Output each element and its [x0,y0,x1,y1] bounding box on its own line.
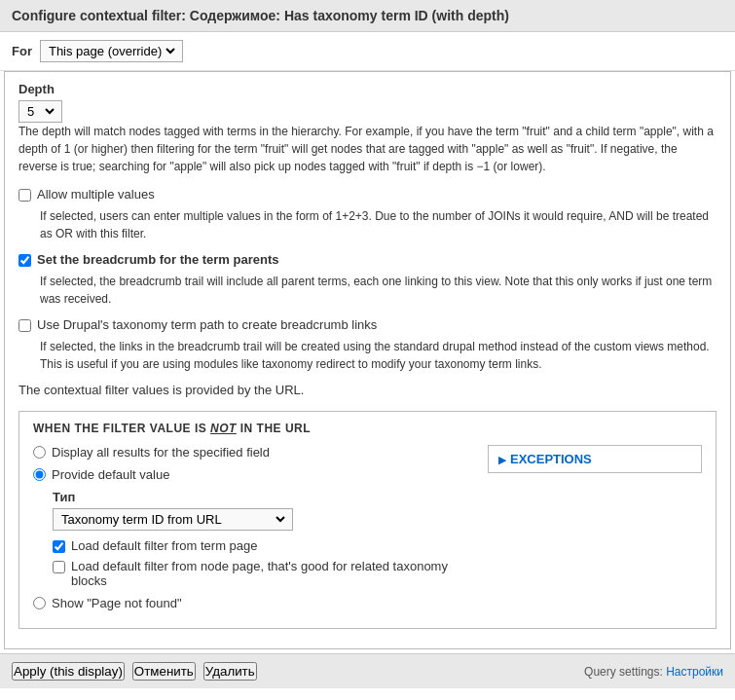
load-default-row: Load default filter from term page [53,538,478,553]
radio-display-row: Display all results for the specified fi… [33,445,478,460]
bottom-bar: Apply (this display) Отменить Удалить Qu… [0,653,735,688]
load-node-checkbox[interactable] [53,561,65,573]
when-filter-box: WHEN THE FILTER VALUE IS NOT IN THE URL … [18,411,717,629]
for-select-wrapper[interactable]: This page (override) [40,40,183,62]
set-breadcrumb-checkbox[interactable] [18,254,31,267]
dialog-header: Configure contextual filter: Содержимое:… [0,0,735,32]
allow-multiple-label[interactable]: Allow multiple values [37,187,155,202]
allow-multiple-row: Allow multiple values [18,187,717,202]
bottom-buttons: Apply (this display) Отменить Удалить [12,662,257,681]
type-section: Тип Taxonomy term ID from URL Fixed valu… [53,490,478,588]
depth-select-wrapper[interactable]: 5 0 1 2 3 4 6 7 8 9 10 [18,100,62,123]
load-default-checkbox[interactable] [53,540,65,553]
radio-not-found[interactable] [33,597,46,609]
radio-provide[interactable] [33,468,46,481]
radio-provide-row: Provide default value [33,467,478,482]
when-filter-title-em: NOT [210,422,237,435]
dialog-title: Configure contextual filter: Содержимое:… [12,8,509,23]
allow-multiple-checkbox[interactable] [18,189,31,202]
query-settings-link[interactable]: Настройки [666,665,723,679]
use-drupal-path-checkbox[interactable] [18,319,31,332]
use-drupal-path-label[interactable]: Use Drupal's taxonomy term path to creat… [37,317,377,332]
type-select-wrapper[interactable]: Taxonomy term ID from URL Fixed value PH… [53,508,293,531]
radio-not-found-row: Show "Page not found" [33,596,478,610]
main-content: Depth 5 0 1 2 3 4 6 7 8 9 10 The depth w… [4,71,731,649]
set-breadcrumb-label[interactable]: Set the breadcrumb for the term parents [37,252,279,267]
radio-display[interactable] [33,446,46,459]
exceptions-link[interactable]: EXCEPTIONS [510,452,592,466]
when-filter-left: Display all results for the specified fi… [33,445,478,618]
delete-button[interactable]: Удалить [203,662,257,681]
use-drupal-path-info: If selected, the links in the breadcrumb… [40,338,717,373]
apply-button[interactable]: Apply (this display) [12,662,125,681]
when-filter-title: WHEN THE FILTER VALUE IS NOT IN THE URL [33,422,702,435]
radio-not-found-label[interactable]: Show "Page not found" [52,596,182,610]
when-filter-title-prefix: WHEN THE FILTER VALUE IS [33,422,210,435]
when-filter-right: ▶EXCEPTIONS [488,445,702,618]
depth-select[interactable]: 5 0 1 2 3 4 6 7 8 9 10 [23,103,57,120]
for-label: For [12,44,32,58]
radio-display-label[interactable]: Display all results for the specified fi… [52,445,270,460]
depth-label: Depth [18,82,717,96]
radio-provide-label[interactable]: Provide default value [52,467,169,482]
depth-info-text: The depth will match nodes tagged with t… [18,123,717,175]
type-label: Тип [53,490,478,504]
cancel-button[interactable]: Отменить [132,662,196,681]
query-settings-prefix: Query settings: [584,665,663,679]
set-breadcrumb-info: If selected, the breadcrumb trail will i… [40,273,717,308]
query-settings: Query settings: Настройки [584,665,723,679]
depth-section: Depth 5 0 1 2 3 4 6 7 8 9 10 The depth w… [18,82,717,175]
load-node-label[interactable]: Load default filter from node page, that… [71,559,478,588]
exceptions-box[interactable]: ▶EXCEPTIONS [488,445,702,473]
set-breadcrumb-row: Set the breadcrumb for the term parents [18,252,717,267]
allow-multiple-info: If selected, users can enter multiple va… [40,207,717,242]
when-filter-title-suffix: IN THE URL [237,422,311,435]
for-select[interactable]: This page (override) [45,43,178,59]
for-row: For This page (override) [0,32,735,71]
exceptions-arrow-icon: ▶ [498,454,506,465]
load-node-row: Load default filter from node page, that… [53,559,478,588]
filter-url-note: The contextual filter values is provided… [18,383,717,397]
load-default-label[interactable]: Load default filter from term page [71,538,258,553]
when-filter-inner: Display all results for the specified fi… [33,445,702,618]
type-select[interactable]: Taxonomy term ID from URL Fixed value PH… [57,511,288,528]
use-drupal-path-row: Use Drupal's taxonomy term path to creat… [18,317,717,332]
page-wrapper: Configure contextual filter: Содержимое:… [0,0,735,700]
